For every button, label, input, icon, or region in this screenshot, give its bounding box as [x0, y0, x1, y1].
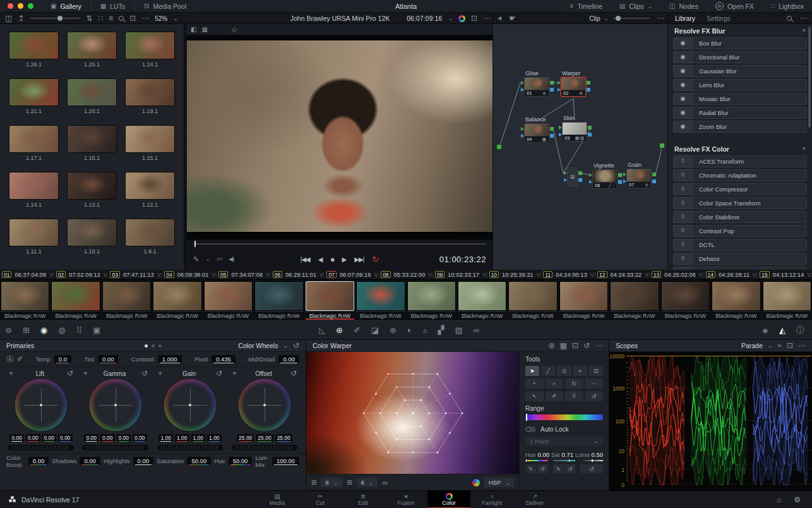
reset-icon[interactable]: ↺ — [290, 370, 297, 377]
pen-icon[interactable]: ✎ — [525, 464, 536, 473]
gallery-still[interactable]: 1.13.1 — [67, 172, 117, 208]
filmstrip-clip[interactable]: Blackmagic RAW — [1, 281, 49, 320]
viewer-scrub-bar[interactable] — [193, 243, 486, 245]
expand-tool[interactable]: ⊡ — [589, 366, 603, 376]
node-key-input[interactable] — [559, 133, 562, 136]
sidebar-toggle-icon[interactable]: ◫ — [5, 15, 12, 22]
stop-button[interactable]: ■ — [331, 256, 334, 263]
zoom-window-icon[interactable] — [28, 3, 33, 9]
magic-mask-icon[interactable]: ◐ — [407, 325, 412, 335]
scrollbar[interactable] — [808, 27, 811, 128]
auto-lock-toggle[interactable] — [525, 426, 536, 432]
node-rgb-output[interactable] — [587, 81, 590, 85]
node-rgb-input[interactable] — [559, 126, 562, 130]
chevron-down-icon[interactable]: ⌄ — [768, 342, 773, 349]
target-icon[interactable]: + — [232, 370, 237, 377]
timeline-clip-marker[interactable]: 0606:29:11:01V1 — [271, 270, 325, 279]
reset-icon[interactable]: ↺ — [293, 342, 299, 349]
timeline-clip-marker[interactable]: 1010:25:39:21V1 — [487, 270, 542, 279]
source-input-terminal[interactable] — [496, 144, 502, 150]
timeline-clip-marker[interactable]: 1104:24:00:13V1 — [541, 270, 595, 279]
select-button[interactable]: ↖ — [525, 391, 544, 401]
gallery-still[interactable]: 1.20.1 — [67, 78, 117, 114]
param-value-field[interactable]: 0.435 — [212, 355, 236, 363]
gallery-still[interactable]: 1.10.1 — [67, 219, 117, 255]
hue-grid-icon[interactable]: ⊞ — [311, 480, 316, 486]
node-rgb-output[interactable] — [588, 126, 592, 130]
page-tab-media[interactable]: ▤Media — [256, 491, 299, 508]
timeline-clip-marker[interactable]: 1304:25:02:06V1 — [650, 270, 704, 279]
warper-mesh[interactable] — [306, 352, 520, 474]
node-key-input[interactable] — [589, 180, 592, 184]
param-value-field[interactable]: 0.0 — [54, 355, 71, 363]
converge-tool[interactable]: ⌖ — [573, 366, 587, 376]
node-key-input[interactable] — [623, 179, 626, 183]
page-tab-color[interactable]: Color — [427, 491, 470, 508]
filmstrip-clip[interactable]: Blackmagic RAW — [407, 281, 456, 320]
link-icon[interactable]: ∞ — [382, 479, 388, 487]
hsl-bar[interactable] — [553, 460, 576, 461]
camera-raw-icon[interactable]: ⊚ — [5, 325, 12, 335]
info-icon[interactable]: ⓘ — [796, 325, 804, 336]
page-tab-cut[interactable]: ✂Cut — [299, 491, 342, 508]
viewer-stage[interactable] — [187, 35, 493, 239]
sat-grid-icon[interactable]: ⊞ — [347, 480, 352, 486]
node-rgb-output[interactable] — [618, 173, 622, 177]
filmstrip-clip[interactable]: Blackmagic RAW — [153, 281, 201, 320]
master-wheel[interactable] — [8, 445, 74, 451]
node-graph-panel[interactable]: Glow01⊘Warper02⊛Balance04▦Skin03▦▨⊞Vigne… — [493, 24, 668, 270]
expand-viewer-icon[interactable]: ⊡ — [471, 15, 477, 22]
gallery-still[interactable]: 1.24.1 — [125, 32, 175, 68]
wheel-value-field[interactable]: 25.00 — [237, 434, 254, 442]
chevron-down-icon[interactable]: ⌄ — [604, 15, 609, 21]
wheel-value-field[interactable]: 25.00 — [275, 434, 292, 442]
node-key-output[interactable] — [550, 88, 554, 92]
grade-node-skin[interactable]: Skin03▦▨ — [562, 122, 587, 142]
list-view-icon[interactable]: ≡ — [109, 15, 113, 22]
step-back-button[interactable]: ◀ — [318, 256, 323, 263]
fx-item[interactable]: ⠿Color Stabilizer — [673, 211, 807, 223]
param-value-field[interactable]: 50.00 — [187, 457, 211, 465]
filmstrip-clip[interactable]: Blackmagic RAW — [254, 281, 303, 320]
node-rgb-input[interactable] — [589, 173, 592, 177]
param-value-field[interactable]: 1.000 — [158, 355, 182, 363]
pointer-tool-icon[interactable]: ➤ — [496, 15, 505, 22]
fit-icon[interactable]: ⊡ — [129, 15, 136, 22]
more-options-icon[interactable]: ⋯ — [595, 342, 602, 349]
pan-hand-icon[interactable]: ☛ — [509, 15, 516, 22]
node-rgb-output[interactable] — [578, 171, 582, 175]
close-window-icon[interactable] — [8, 3, 13, 9]
node-output-terminal[interactable] — [659, 143, 665, 148]
rotate-button[interactable]: ↻ — [565, 378, 583, 389]
pin-tool[interactable]: ⊙ — [557, 366, 571, 376]
reset-button[interactable]: ↺ — [585, 391, 604, 401]
sat-divisions-select[interactable]: 6⌄ — [357, 478, 378, 487]
node-mode-selector[interactable]: Clip — [589, 15, 600, 22]
gallery-still[interactable]: 1.12.1 — [125, 172, 175, 208]
more-options-icon[interactable]: ⋯ — [657, 15, 664, 22]
page-tab-fairlight[interactable]: ♪Fairlight — [470, 491, 513, 508]
sort-icon[interactable]: ⇅ — [86, 15, 92, 22]
fx-item[interactable]: Mosaic Blur — [673, 93, 807, 105]
gallery-still[interactable]: 1.15.1 — [125, 125, 175, 161]
fx-item[interactable]: ⠿Contrast Pop — [673, 225, 807, 237]
reset-icon[interactable]: ↺ — [580, 464, 603, 473]
fx-item[interactable]: ⠿Color Space Transform — [673, 197, 807, 209]
fx-item[interactable]: ⠿Dehaze — [673, 253, 807, 265]
node-key-output[interactable] — [618, 180, 622, 184]
minimize-window-icon[interactable] — [18, 3, 23, 9]
timeline-clip-marker[interactable]: 0706:07:09:16V1 — [325, 270, 379, 279]
more-options-icon[interactable]: ⋯ — [799, 15, 807, 22]
filmstrip-clip[interactable]: Blackmagic RAW — [306, 281, 354, 320]
fx-item[interactable]: Gaussian Blur — [673, 65, 807, 77]
color-wheel-control[interactable] — [15, 379, 67, 431]
tab-fx-settings[interactable]: Settings — [705, 13, 732, 23]
param-value-field[interactable]: 0.00 — [278, 355, 299, 363]
hsl-value[interactable]: 0.50 — [591, 451, 603, 458]
more-button[interactable]: ⋯ — [585, 378, 604, 389]
point-mode-select[interactable]: 1 Point⌄ — [525, 437, 603, 446]
tab-media-pool[interactable]: ⊟ Media Pool — [134, 0, 196, 12]
grade-node-balance[interactable]: Balance04▦ — [524, 123, 549, 143]
grade-node-grain[interactable]: Grain07⊘ — [626, 169, 652, 188]
auto-balance-icon[interactable]: Ⓐ — [6, 356, 13, 363]
